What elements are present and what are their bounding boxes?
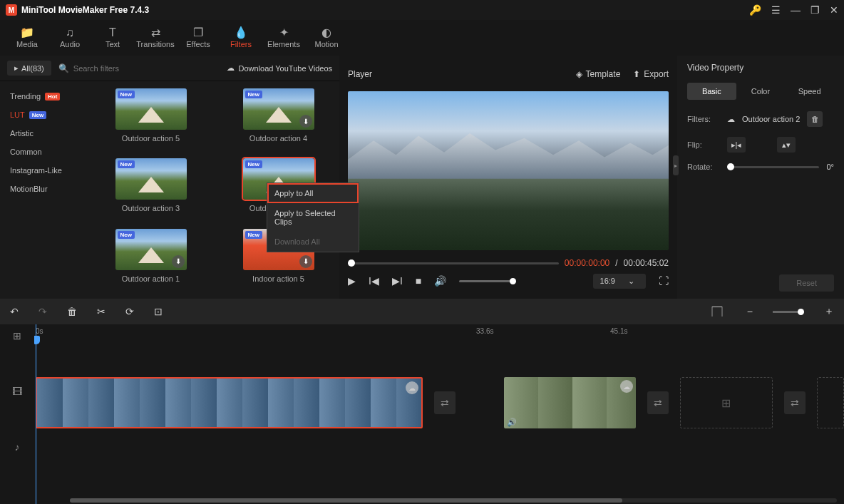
filter-thumbnail[interactable]: New⬇ bbox=[115, 229, 187, 270]
undo-button[interactable]: ↶ bbox=[10, 306, 19, 317]
transition-slot-2[interactable]: ⇄ bbox=[647, 391, 669, 414]
download-icon[interactable]: ⬇ bbox=[299, 115, 312, 128]
timeline: ⊞ 🎞 ♪ 0s 33.6s 45.1s ☁ ⇄ ☁ 🔊 ⇄ ⊞ ⇄ bbox=[0, 324, 844, 504]
download-icon[interactable]: ⬇ bbox=[172, 255, 185, 268]
applied-filter-name: Outdoor action 2 bbox=[742, 115, 800, 123]
clip-placeholder[interactable]: ⊞ bbox=[680, 377, 773, 428]
filters-icon: 💧 bbox=[234, 27, 248, 38]
transition-slot-3[interactable]: ⇄ bbox=[784, 391, 806, 414]
tool-audio[interactable]: ♫Audio bbox=[48, 20, 91, 56]
filter-item[interactable]: NewOutdoor action 3 bbox=[94, 158, 207, 221]
filter-all-chip[interactable]: ▸ All(83) bbox=[7, 61, 51, 76]
tool-filters[interactable]: 💧Filters bbox=[220, 20, 262, 56]
timeline-scrollbar[interactable] bbox=[70, 498, 837, 503]
export-button[interactable]: ⬆Export bbox=[633, 69, 669, 79]
rotate-slider[interactable] bbox=[727, 166, 819, 168]
new-badge: New bbox=[245, 91, 262, 98]
clip-placeholder[interactable] bbox=[817, 377, 844, 428]
maximize-button[interactable]: ❐ bbox=[810, 4, 820, 16]
cloud-icon: ☁ bbox=[227, 63, 235, 73]
zoom-slider[interactable] bbox=[773, 311, 804, 313]
tool-elements[interactable]: ✦Elements bbox=[262, 20, 305, 56]
minimize-button[interactable]: — bbox=[791, 4, 801, 16]
tool-transitions[interactable]: ⇄Transitions bbox=[134, 20, 177, 56]
crop-button[interactable]: ⊡ bbox=[154, 306, 163, 317]
redo-button[interactable]: ↷ bbox=[38, 306, 47, 317]
timeline-ruler[interactable]: 0s 33.6s 45.1s bbox=[34, 324, 844, 341]
filter-type-icon: ☁ bbox=[727, 115, 735, 124]
context-menu-item[interactable]: Apply to All bbox=[267, 183, 359, 203]
rotate-value: 0° bbox=[826, 163, 834, 171]
motion-icon: ◐ bbox=[321, 27, 331, 38]
rotate-label: Rotate: bbox=[687, 163, 720, 171]
clip-filter-icon: ☁ bbox=[406, 381, 418, 394]
stop-button[interactable]: ■ bbox=[416, 275, 421, 287]
prop-tab-basic[interactable]: Basic bbox=[687, 83, 736, 100]
chevron-down-icon: ⌄ bbox=[628, 277, 634, 286]
tool-motion[interactable]: ◐Motion bbox=[305, 20, 348, 56]
next-frame-button[interactable]: ▶I bbox=[392, 275, 403, 287]
tool-effects[interactable]: ❐Effects bbox=[177, 20, 220, 56]
filter-item[interactable]: New⬇Outdoor action 1 bbox=[94, 229, 207, 292]
filter-label: Outdoor action 5 bbox=[122, 134, 180, 143]
speed-button[interactable]: ⟳ bbox=[125, 306, 134, 317]
video-track[interactable]: ☁ ⇄ ☁ 🔊 ⇄ ⊞ ⇄ bbox=[34, 376, 844, 430]
category-lut[interactable]: LUT New bbox=[0, 106, 90, 124]
context-menu-item[interactable]: Apply to Selected Clips bbox=[267, 203, 359, 232]
transition-slot-1[interactable]: ⇄ bbox=[434, 391, 456, 414]
delete-button[interactable]: 🗑 bbox=[67, 306, 77, 317]
fullscreen-button[interactable]: ⛶ bbox=[659, 275, 669, 287]
clip-volume-icon: 🔊 bbox=[507, 418, 517, 427]
time-sep: / bbox=[615, 258, 617, 268]
filter-thumbnail[interactable]: New⬇ bbox=[243, 88, 314, 130]
split-button[interactable]: ✂ bbox=[97, 306, 106, 317]
zoom-in-button[interactable]: ＋ bbox=[824, 305, 834, 318]
reset-button[interactable]: Reset bbox=[779, 274, 834, 292]
new-badge: New bbox=[118, 231, 135, 239]
zoom-out-button[interactable]: − bbox=[747, 306, 753, 317]
tool-text[interactable]: TText bbox=[91, 20, 134, 56]
aspect-ratio-select[interactable]: 16:9⌄ bbox=[593, 274, 646, 289]
volume-icon[interactable]: 🔊 bbox=[434, 275, 446, 287]
filter-thumbnail[interactable]: New bbox=[115, 158, 187, 200]
download-icon[interactable]: ⬇ bbox=[299, 255, 312, 268]
menu-icon[interactable]: ☰ bbox=[771, 4, 781, 16]
category-common[interactable]: Common bbox=[0, 143, 90, 161]
delete-filter-button[interactable]: 🗑 bbox=[807, 111, 823, 127]
filter-label: Outdoor action 1 bbox=[122, 274, 180, 283]
category-trending[interactable]: Trending Hot bbox=[0, 87, 90, 106]
filter-item[interactable]: New⬇Outdoor action 4 bbox=[222, 88, 335, 151]
text-icon: T bbox=[109, 27, 116, 38]
download-youtube-link[interactable]: ☁ Download YouTube Videos bbox=[227, 63, 333, 73]
key-icon[interactable]: 🔑 bbox=[749, 4, 761, 16]
playhead[interactable] bbox=[36, 324, 36, 504]
close-button[interactable]: ✕ bbox=[830, 4, 838, 16]
flip-vertical-button[interactable]: ▴▾ bbox=[777, 137, 796, 153]
flip-horizontal-button[interactable]: ▸|◂ bbox=[727, 137, 746, 153]
prop-tab-speed[interactable]: Speed bbox=[785, 83, 834, 100]
template-button[interactable]: ◈Template bbox=[576, 69, 621, 79]
category-artistic[interactable]: Artistic bbox=[0, 124, 90, 143]
volume-slider[interactable] bbox=[459, 280, 516, 282]
add-track-icon[interactable]: ⊞ bbox=[13, 330, 21, 341]
filter-label: Indoor action 5 bbox=[252, 274, 304, 283]
video-clip-1[interactable]: ☁ bbox=[36, 377, 423, 428]
filter-item[interactable]: NewOutdoor action 5 bbox=[94, 88, 207, 151]
prop-tab-color[interactable]: Color bbox=[736, 83, 786, 100]
seek-slider[interactable] bbox=[348, 262, 559, 264]
app-title: MiniTool MovieMaker Free 7.4.3 bbox=[21, 5, 149, 15]
timeline-toolbar: ↶ ↷ 🗑 ✂ ⟳ ⊡ ⎾⏋ − ＋ bbox=[0, 299, 844, 324]
search-input[interactable]: 🔍 bbox=[58, 63, 220, 73]
category-instagram-like[interactable]: Instagram-Like bbox=[0, 161, 90, 180]
main-toolbar: 📁Media♫AudioTText⇄Transitions❐Effects💧Fi… bbox=[0, 20, 844, 56]
panel-collapse-handle[interactable]: ▸ bbox=[673, 155, 679, 175]
play-button[interactable]: ▶ bbox=[348, 275, 356, 287]
tool-media[interactable]: 📁Media bbox=[6, 20, 48, 56]
preview-viewport[interactable] bbox=[348, 91, 669, 250]
video-clip-2[interactable]: ☁ 🔊 bbox=[504, 377, 636, 428]
context-menu: Apply to AllApply to Selected ClipsDownl… bbox=[267, 182, 359, 252]
prev-frame-button[interactable]: I◀ bbox=[369, 275, 379, 287]
filter-thumbnail[interactable]: New bbox=[115, 88, 187, 130]
category-motionblur[interactable]: MotionBlur bbox=[0, 180, 90, 198]
snap-button[interactable]: ⎾⏋ bbox=[707, 306, 727, 317]
